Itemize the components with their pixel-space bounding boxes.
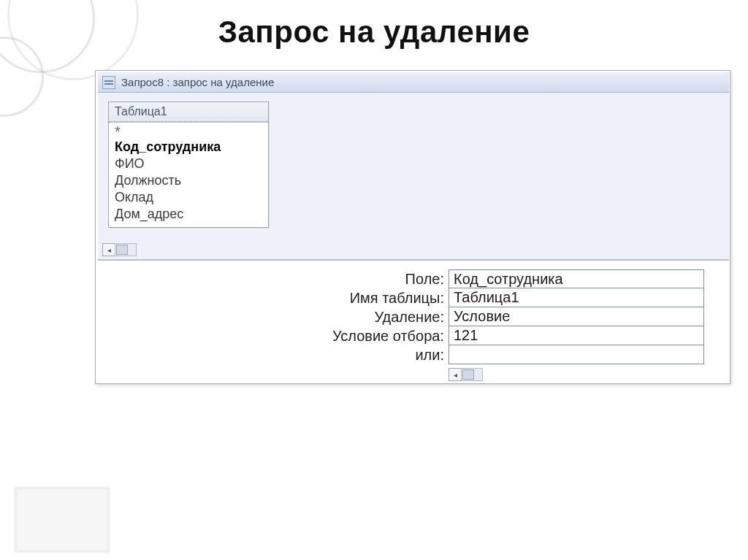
table-box[interactable]: Таблица1 * Код_сотрудника ФИО Должность … [108, 101, 269, 228]
grid-row-delete: Удаление: Условие [98, 307, 729, 326]
cell-or[interactable] [449, 345, 704, 364]
grid-row-criteria: Условие отбора: 121 [98, 326, 729, 345]
slide-title: Запрос на удаление [0, 15, 748, 50]
field-item[interactable]: Оклад [113, 189, 264, 206]
grid-horizontal-scrollbar[interactable]: ◂ [449, 368, 514, 381]
scroll-track[interactable] [461, 368, 483, 381]
scroll-left-icon[interactable]: ◂ [102, 243, 115, 256]
cell-criteria[interactable]: 121 [449, 326, 704, 345]
field-pk[interactable]: Код_сотрудника [113, 139, 264, 156]
scroll-thumb[interactable] [116, 245, 128, 255]
cell-field[interactable]: Код_сотрудника [449, 269, 704, 288]
label-table: Имя таблицы: [98, 288, 449, 307]
window-title-text: Запрос8 : запрос на удаление [121, 76, 274, 88]
slide: Запрос на удаление Запрос8 : запрос на у… [0, 0, 748, 560]
design-grid-pane: Поле: Код_сотрудника Имя таблицы: Таблиц… [98, 261, 729, 383]
field-list: * Код_сотрудника ФИО Должность Оклад Дом… [109, 122, 268, 227]
table-diagram-pane[interactable]: Таблица1 * Код_сотрудника ФИО Должность … [98, 93, 729, 261]
table-name-header[interactable]: Таблица1 [109, 102, 268, 122]
label-criteria: Условие отбора: [98, 326, 449, 345]
horizontal-scrollbar[interactable]: ◂ [102, 243, 725, 256]
query-designer-window: Запрос8 : запрос на удаление Таблица1 * … [98, 72, 729, 383]
cell-delete[interactable]: Условие [449, 307, 704, 326]
grid-row-or: или: [98, 345, 729, 364]
thumbnail-shadow [15, 487, 110, 553]
screenshot-frame: Запрос8 : запрос на удаление Таблица1 * … [95, 70, 730, 384]
scroll-track[interactable] [115, 243, 137, 256]
field-item[interactable]: Должность [113, 172, 264, 189]
grid-row-field: Поле: Код_сотрудника [98, 269, 729, 288]
cell-table[interactable]: Таблица1 [449, 288, 704, 307]
window-system-icon[interactable] [102, 76, 115, 89]
field-item[interactable]: ФИО [113, 156, 264, 172]
field-star[interactable]: * [113, 124, 264, 139]
field-item[interactable]: Дом_адрес [113, 206, 264, 223]
scroll-thumb[interactable] [462, 369, 474, 380]
label-or: или: [98, 345, 449, 364]
label-delete: Удаление: [98, 307, 449, 326]
window-titlebar[interactable]: Запрос8 : запрос на удаление [98, 72, 729, 93]
grid-row-table: Имя таблицы: Таблица1 [98, 288, 729, 307]
label-field: Поле: [98, 269, 449, 288]
scroll-left-icon[interactable]: ◂ [449, 368, 462, 381]
